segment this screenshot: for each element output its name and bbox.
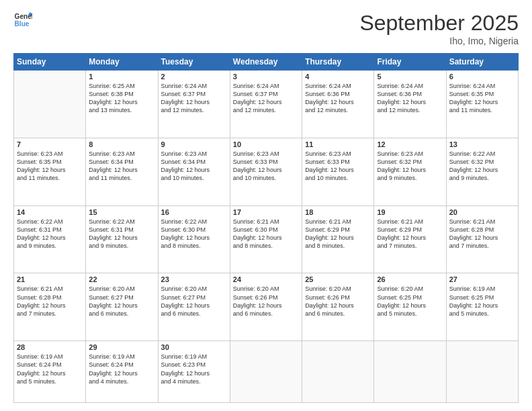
col-tuesday: Tuesday xyxy=(158,54,230,71)
day-info: Sunrise: 6:19 AM Sunset: 6:24 PM Dayligh… xyxy=(17,353,83,385)
day-number: 22 xyxy=(89,275,154,283)
calendar-table: Sunday Monday Tuesday Wednesday Thursday… xyxy=(13,53,519,403)
table-row: 10Sunrise: 6:23 AM Sunset: 6:33 PM Dayli… xyxy=(230,138,302,205)
table-row: 13Sunrise: 6:22 AM Sunset: 6:32 PM Dayli… xyxy=(446,138,518,205)
day-number: 14 xyxy=(17,208,83,216)
table-row: 12Sunrise: 6:23 AM Sunset: 6:32 PM Dayli… xyxy=(374,138,446,205)
table-row: 3Sunrise: 6:24 AM Sunset: 6:37 PM Daylig… xyxy=(230,71,302,138)
table-row xyxy=(230,341,302,403)
day-info: Sunrise: 6:20 AM Sunset: 6:27 PM Dayligh… xyxy=(89,285,154,318)
day-info: Sunrise: 6:19 AM Sunset: 6:23 PM Dayligh… xyxy=(161,353,227,385)
day-info: Sunrise: 6:24 AM Sunset: 6:37 PM Dayligh… xyxy=(161,82,227,115)
col-wednesday: Wednesday xyxy=(230,54,302,71)
day-number: 8 xyxy=(89,140,154,148)
day-number: 24 xyxy=(233,275,299,283)
day-info: Sunrise: 6:24 AM Sunset: 6:35 PM Dayligh… xyxy=(449,82,515,115)
day-number: 23 xyxy=(161,275,227,283)
table-row: 20Sunrise: 6:21 AM Sunset: 6:28 PM Dayli… xyxy=(446,205,518,273)
day-info: Sunrise: 6:20 AM Sunset: 6:27 PM Dayligh… xyxy=(161,285,227,318)
day-number: 6 xyxy=(449,73,515,81)
day-info: Sunrise: 6:21 AM Sunset: 6:29 PM Dayligh… xyxy=(377,218,443,250)
day-info: Sunrise: 6:23 AM Sunset: 6:33 PM Dayligh… xyxy=(233,150,299,183)
day-info: Sunrise: 6:22 AM Sunset: 6:31 PM Dayligh… xyxy=(17,218,83,250)
table-row xyxy=(374,341,446,403)
day-info: Sunrise: 6:23 AM Sunset: 6:33 PM Dayligh… xyxy=(305,150,371,183)
title-block: September 2025 Iho, Imo, Nigeria xyxy=(359,11,519,46)
table-row: 15Sunrise: 6:22 AM Sunset: 6:31 PM Dayli… xyxy=(86,205,158,273)
month-title: September 2025 xyxy=(359,11,519,36)
table-row: 24Sunrise: 6:20 AM Sunset: 6:26 PM Dayli… xyxy=(230,273,302,341)
day-info: Sunrise: 6:23 AM Sunset: 6:32 PM Dayligh… xyxy=(377,150,443,183)
table-row: 8Sunrise: 6:23 AM Sunset: 6:34 PM Daylig… xyxy=(86,138,158,205)
day-info: Sunrise: 6:21 AM Sunset: 6:28 PM Dayligh… xyxy=(17,285,83,318)
day-info: Sunrise: 6:20 AM Sunset: 6:25 PM Dayligh… xyxy=(377,285,443,318)
day-number: 3 xyxy=(233,73,299,81)
week-row-4: 21Sunrise: 6:21 AM Sunset: 6:28 PM Dayli… xyxy=(14,273,519,341)
col-sunday: Sunday xyxy=(14,54,86,71)
col-saturday: Saturday xyxy=(446,54,518,71)
day-number: 21 xyxy=(17,275,83,283)
day-number: 10 xyxy=(233,140,299,148)
day-number: 30 xyxy=(161,343,227,351)
day-info: Sunrise: 6:19 AM Sunset: 6:25 PM Dayligh… xyxy=(449,285,515,318)
day-number: 12 xyxy=(377,140,443,148)
table-row: 22Sunrise: 6:20 AM Sunset: 6:27 PM Dayli… xyxy=(86,273,158,341)
day-number: 18 xyxy=(305,208,371,216)
day-number: 20 xyxy=(449,208,515,216)
day-number: 15 xyxy=(89,208,154,216)
svg-text:Blue: Blue xyxy=(15,20,30,28)
table-row: 23Sunrise: 6:20 AM Sunset: 6:27 PM Dayli… xyxy=(158,273,230,341)
table-row: 27Sunrise: 6:19 AM Sunset: 6:25 PM Dayli… xyxy=(446,273,518,341)
table-row: 9Sunrise: 6:23 AM Sunset: 6:34 PM Daylig… xyxy=(158,138,230,205)
week-row-1: 1Sunrise: 6:25 AM Sunset: 6:38 PM Daylig… xyxy=(14,71,519,138)
day-info: Sunrise: 6:23 AM Sunset: 6:34 PM Dayligh… xyxy=(161,150,227,183)
table-row: 1Sunrise: 6:25 AM Sunset: 6:38 PM Daylig… xyxy=(86,71,158,138)
day-info: Sunrise: 6:19 AM Sunset: 6:24 PM Dayligh… xyxy=(89,353,154,385)
table-row: 26Sunrise: 6:20 AM Sunset: 6:25 PM Dayli… xyxy=(374,273,446,341)
day-info: Sunrise: 6:24 AM Sunset: 6:36 PM Dayligh… xyxy=(305,82,371,115)
day-number: 1 xyxy=(89,73,154,81)
day-number: 27 xyxy=(449,275,515,283)
table-row xyxy=(14,71,86,138)
table-row: 7Sunrise: 6:23 AM Sunset: 6:35 PM Daylig… xyxy=(14,138,86,205)
table-row: 4Sunrise: 6:24 AM Sunset: 6:36 PM Daylig… xyxy=(302,71,374,138)
day-number: 16 xyxy=(161,208,227,216)
day-info: Sunrise: 6:21 AM Sunset: 6:28 PM Dayligh… xyxy=(449,218,515,250)
table-row xyxy=(302,341,374,403)
logo: General Blue xyxy=(13,11,32,30)
day-info: Sunrise: 6:21 AM Sunset: 6:29 PM Dayligh… xyxy=(305,218,371,250)
calendar-header-row: Sunday Monday Tuesday Wednesday Thursday… xyxy=(14,54,519,71)
day-info: Sunrise: 6:21 AM Sunset: 6:30 PM Dayligh… xyxy=(233,218,299,250)
day-info: Sunrise: 6:22 AM Sunset: 6:32 PM Dayligh… xyxy=(449,150,515,183)
day-number: 13 xyxy=(449,140,515,148)
day-number: 7 xyxy=(17,140,83,148)
day-info: Sunrise: 6:20 AM Sunset: 6:26 PM Dayligh… xyxy=(233,285,299,318)
col-thursday: Thursday xyxy=(302,54,374,71)
table-row: 28Sunrise: 6:19 AM Sunset: 6:24 PM Dayli… xyxy=(14,341,86,403)
day-number: 26 xyxy=(377,275,443,283)
day-number: 28 xyxy=(17,343,83,351)
table-row: 16Sunrise: 6:22 AM Sunset: 6:30 PM Dayli… xyxy=(158,205,230,273)
day-number: 19 xyxy=(377,208,443,216)
day-number: 9 xyxy=(161,140,227,148)
day-info: Sunrise: 6:22 AM Sunset: 6:30 PM Dayligh… xyxy=(161,218,227,250)
table-row: 2Sunrise: 6:24 AM Sunset: 6:37 PM Daylig… xyxy=(158,71,230,138)
day-number: 2 xyxy=(161,73,227,81)
table-row xyxy=(446,341,518,403)
col-friday: Friday xyxy=(374,54,446,71)
table-row: 29Sunrise: 6:19 AM Sunset: 6:24 PM Dayli… xyxy=(86,341,158,403)
table-row: 5Sunrise: 6:24 AM Sunset: 6:36 PM Daylig… xyxy=(374,71,446,138)
page-header: General Blue September 2025 Iho, Imo, Ni… xyxy=(13,11,519,46)
day-info: Sunrise: 6:24 AM Sunset: 6:37 PM Dayligh… xyxy=(233,82,299,115)
day-info: Sunrise: 6:23 AM Sunset: 6:34 PM Dayligh… xyxy=(89,150,154,183)
table-row: 17Sunrise: 6:21 AM Sunset: 6:30 PM Dayli… xyxy=(230,205,302,273)
table-row: 18Sunrise: 6:21 AM Sunset: 6:29 PM Dayli… xyxy=(302,205,374,273)
table-row: 30Sunrise: 6:19 AM Sunset: 6:23 PM Dayli… xyxy=(158,341,230,403)
day-number: 5 xyxy=(377,73,443,81)
day-info: Sunrise: 6:20 AM Sunset: 6:26 PM Dayligh… xyxy=(305,285,371,318)
day-info: Sunrise: 6:25 AM Sunset: 6:38 PM Dayligh… xyxy=(89,82,154,115)
day-number: 4 xyxy=(305,73,371,81)
day-info: Sunrise: 6:24 AM Sunset: 6:36 PM Dayligh… xyxy=(377,82,443,115)
col-monday: Monday xyxy=(86,54,158,71)
table-row: 6Sunrise: 6:24 AM Sunset: 6:35 PM Daylig… xyxy=(446,71,518,138)
